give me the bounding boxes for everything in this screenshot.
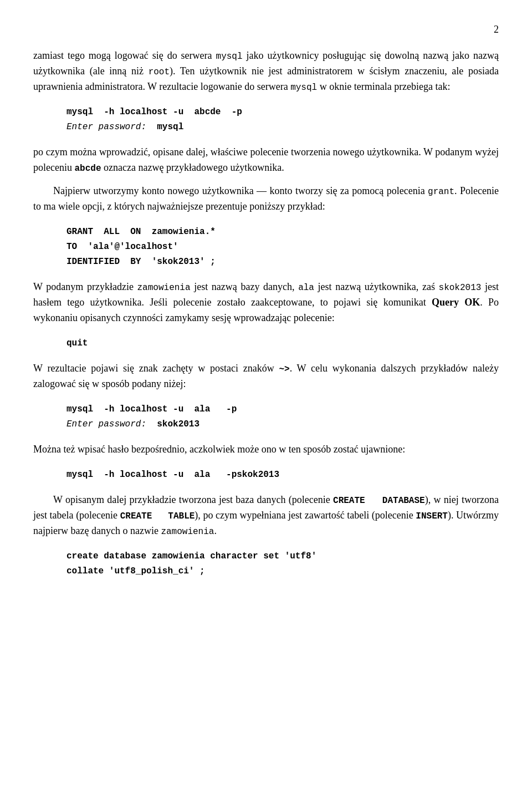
code-line: create database zamowienia character set…: [66, 549, 499, 564]
code-line: quit: [66, 336, 499, 351]
inline-code-create-table: CREATE TABLE: [120, 511, 195, 521]
page-number: 2: [33, 22, 499, 37]
code-block-5: mysql -h localhost -u ala -pskok2013: [66, 467, 499, 482]
inline-code-mysql: mysql: [216, 52, 243, 62]
inline-code-zamowienia2: zamowienia: [161, 527, 214, 537]
code-line: mysql -h localhost -u ala -p: [66, 402, 499, 417]
inline-code-create-database: CREATE DATABASE: [333, 496, 425, 506]
inline-code-mysql2: mysql: [290, 83, 317, 93]
code-block-6: create database zamowienia character set…: [66, 549, 499, 579]
inline-code-abcde: abcde: [74, 164, 101, 174]
inline-code-skok2013: skok2013: [439, 283, 482, 293]
code-block-2: GRANT ALL ON zamowienia.* TO 'ala'@'loca…: [66, 225, 499, 270]
paragraph-3: Najpierw utworzymy konto nowego użytkown…: [33, 184, 499, 215]
code-line: mysql -h localhost -u abcde -p: [66, 105, 499, 120]
code-block-4: mysql -h localhost -u ala -p Enter passw…: [66, 402, 499, 432]
code-line: TO 'ala'@'localhost': [66, 240, 499, 255]
paragraph-1: zamiast tego mogą logować się do serwera…: [33, 48, 499, 95]
paragraph-5: W rezultacie pojawi się znak zachęty w p…: [33, 361, 499, 392]
code-block-3: quit: [66, 336, 499, 351]
code-line: IDENTIFIED BY 'skok2013' ;: [66, 255, 499, 270]
page-number-text: 2: [494, 24, 499, 35]
inline-code-ala: ala: [298, 283, 314, 293]
inline-code-tilde: ~>: [279, 364, 289, 374]
paragraph-6: Można też wpisać hasło bezpośrednio, acz…: [33, 442, 499, 457]
code-block-1: mysql -h localhost -u abcde -p Enter pas…: [66, 105, 499, 135]
code-line: collate 'utf8_polish_ci' ;: [66, 564, 499, 579]
inline-code-zamowienia: zamowienia: [137, 283, 191, 293]
paragraph-4: W podanym przykładzie zamowienia jest na…: [33, 279, 499, 326]
paragraph-7: W opisanym dalej przykładzie tworzona je…: [33, 492, 499, 539]
code-line: Enter password: skok2013: [66, 417, 499, 432]
inline-code-root: root: [149, 67, 170, 77]
paragraph-2: po czym można wprowadzić, opisane dalej,…: [33, 145, 499, 176]
inline-code-insert: INSERT: [416, 511, 448, 521]
code-line: Enter password: mysql: [66, 120, 499, 135]
code-line: mysql -h localhost -u ala -pskok2013: [66, 467, 499, 482]
code-line: GRANT ALL ON zamowienia.*: [66, 225, 499, 240]
inline-code-grant: grant: [428, 187, 454, 197]
